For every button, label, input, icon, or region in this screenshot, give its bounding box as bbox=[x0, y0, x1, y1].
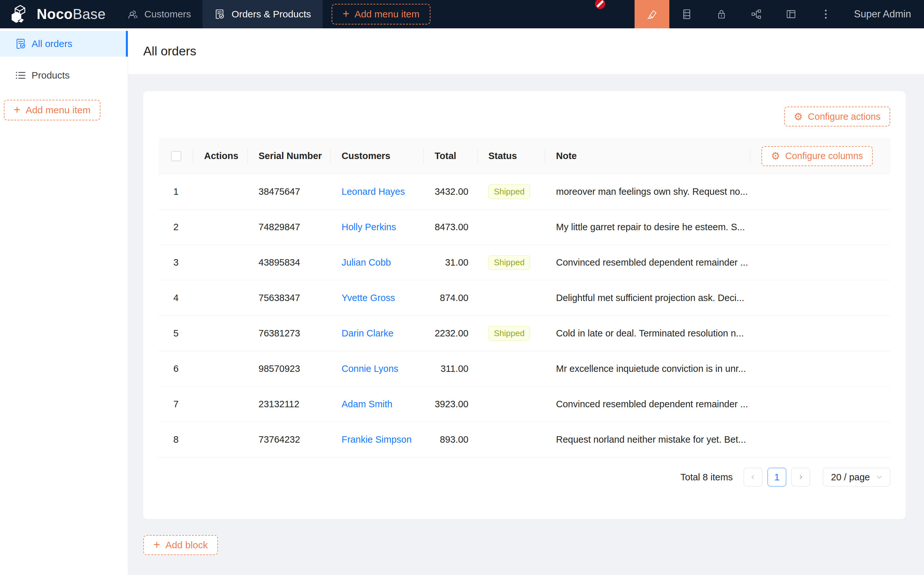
column-header-customers: Customers bbox=[331, 138, 424, 174]
nav-tab-orders-products[interactable]: Orders & Products bbox=[203, 0, 322, 28]
page-size-select[interactable]: 20 / page bbox=[823, 468, 890, 486]
row-index: 4 bbox=[159, 280, 193, 316]
configure-actions-button[interactable]: ⚙ Configure actions bbox=[784, 106, 890, 127]
add-menu-item-button-sidebar[interactable]: + Add menu item bbox=[4, 100, 100, 121]
users-icon bbox=[127, 9, 138, 20]
previous-page-button[interactable] bbox=[744, 468, 762, 486]
note-cell: My little garret repair to desire he est… bbox=[545, 210, 750, 245]
row-trailing-cell bbox=[750, 210, 890, 245]
note-cell: Mr excellence inquietude conviction is i… bbox=[545, 351, 750, 386]
more-dots-icon bbox=[824, 8, 827, 20]
next-page-button[interactable] bbox=[791, 468, 810, 486]
total-cell: 893.00 bbox=[424, 422, 478, 457]
customer-link[interactable]: Holly Perkins bbox=[341, 222, 396, 232]
user-menu[interactable]: Super Admin bbox=[843, 0, 924, 28]
settings-center-button[interactable] bbox=[774, 0, 808, 28]
row-index: 6 bbox=[159, 351, 193, 386]
table-row: 5 76381273 Darin Clarke 2232.00 Shipped … bbox=[159, 316, 890, 351]
table-row: 7 23132112 Adam Smith 3923.00 Convinced … bbox=[159, 387, 890, 422]
total-cell: 8473.00 bbox=[424, 210, 478, 245]
page-content: ⚙ Configure actions Actions Serial Numbe… bbox=[128, 74, 924, 555]
note-cell: Convinced resembled dependent remainder … bbox=[545, 245, 750, 280]
row-trailing-cell bbox=[750, 422, 890, 457]
serial-number-cell: 73764232 bbox=[248, 422, 331, 457]
add-menu-item-button-navbar[interactable]: + Add menu item bbox=[332, 4, 430, 24]
table-row: 6 98570923 Connie Lyons 311.00 Mr excell… bbox=[159, 351, 890, 387]
chevron-down-icon bbox=[876, 475, 882, 479]
not-allowed-cursor-icon bbox=[595, 0, 606, 10]
nocobase-logo-icon bbox=[10, 5, 32, 24]
data-sources-button[interactable] bbox=[669, 0, 704, 28]
table-body: 1 38475647 Leonard Hayes 3432.00 Shipped… bbox=[159, 174, 890, 457]
sidebar-item-all-orders[interactable]: All orders bbox=[0, 31, 128, 57]
nav-tab-customers[interactable]: Customers bbox=[115, 0, 203, 28]
sidebar-item-products[interactable]: Products bbox=[0, 62, 128, 88]
table-row: 4 75638347 Yvette Gross 874.00 Delightfu… bbox=[159, 280, 890, 316]
chevron-left-icon bbox=[750, 474, 756, 480]
serial-number-cell: 74829847 bbox=[248, 210, 331, 245]
add-block-button[interactable]: + Add block bbox=[143, 535, 218, 555]
column-header-serial-number: Serial Number bbox=[248, 138, 331, 174]
access-control-button[interactable] bbox=[704, 0, 739, 28]
customer-link[interactable]: Yvette Gross bbox=[341, 293, 395, 303]
ui-editor-button[interactable] bbox=[635, 0, 669, 28]
gear-icon: ⚙ bbox=[771, 151, 780, 161]
note-cell: Request norland neither mistake for yet.… bbox=[545, 422, 750, 457]
total-cell: 874.00 bbox=[424, 280, 478, 316]
order-doc-icon bbox=[15, 38, 26, 49]
table-row: 1 38475647 Leonard Hayes 3432.00 Shipped… bbox=[159, 174, 890, 210]
row-index: 8 bbox=[159, 422, 193, 457]
more-button[interactable] bbox=[808, 0, 843, 28]
plus-icon: + bbox=[14, 104, 21, 116]
nocobase-app: NocoBase Customers Orders & Products + A… bbox=[0, 0, 924, 575]
plugin-icon bbox=[751, 9, 762, 20]
main-area: All orders ⚙ Configure actions Actions bbox=[128, 28, 924, 575]
total-cell: 31.00 bbox=[424, 245, 478, 280]
page-number-button[interactable]: 1 bbox=[768, 468, 786, 486]
row-index: 7 bbox=[159, 387, 193, 422]
nocobase-logo: NocoBase bbox=[0, 0, 115, 28]
list-icon bbox=[15, 70, 26, 81]
row-trailing-cell bbox=[750, 280, 890, 316]
nav-tab-label: Orders & Products bbox=[232, 9, 311, 20]
row-trailing-cell bbox=[750, 174, 890, 209]
status-badge: Shipped bbox=[488, 326, 530, 341]
orders-table-block: ⚙ Configure actions Actions Serial Numbe… bbox=[143, 91, 906, 519]
row-index: 3 bbox=[159, 245, 193, 280]
column-header-actions: Actions bbox=[193, 138, 248, 174]
customer-link[interactable]: Frankie Simpson bbox=[341, 434, 412, 445]
table-row: 3 43895834 Julian Cobb 31.00 Shipped Con… bbox=[159, 245, 890, 280]
serial-number-cell: 43895834 bbox=[248, 245, 331, 280]
note-cell: Delightful met sufficient projection ask… bbox=[545, 280, 750, 316]
row-index: 1 bbox=[159, 174, 193, 209]
serial-number-cell: 98570923 bbox=[248, 351, 331, 386]
row-trailing-cell bbox=[750, 245, 890, 280]
customer-link[interactable]: Connie Lyons bbox=[341, 364, 398, 374]
column-header-total: Total bbox=[424, 138, 478, 174]
customer-link[interactable]: Adam Smith bbox=[341, 399, 392, 410]
serial-number-cell: 75638347 bbox=[248, 280, 331, 316]
total-cell: 311.00 bbox=[424, 351, 478, 386]
row-actions-cell bbox=[193, 245, 248, 280]
orders-table: Actions Serial Number Customers Total St… bbox=[159, 138, 890, 486]
plus-icon: + bbox=[154, 539, 160, 551]
pagination: Total 8 items 1 20 / page bbox=[159, 468, 890, 486]
total-cell: 3432.00 bbox=[424, 174, 478, 209]
row-actions-cell bbox=[193, 316, 248, 351]
customer-link[interactable]: Julian Cobb bbox=[341, 257, 391, 268]
row-trailing-cell bbox=[750, 316, 890, 351]
select-all-checkbox[interactable] bbox=[171, 151, 181, 161]
row-actions-cell bbox=[193, 174, 248, 209]
total-cell: 2232.00 bbox=[424, 316, 478, 351]
customer-link[interactable]: Darin Clarke bbox=[341, 328, 394, 339]
row-trailing-cell bbox=[750, 351, 890, 386]
sidebar-item-label: All orders bbox=[32, 38, 73, 49]
column-header-status: Status bbox=[478, 138, 545, 174]
row-actions-cell bbox=[193, 387, 248, 422]
customer-link[interactable]: Leonard Hayes bbox=[341, 186, 405, 197]
page-header: All orders bbox=[128, 28, 924, 74]
plugin-manager-button[interactable] bbox=[739, 0, 774, 28]
pagination-total: Total 8 items bbox=[680, 472, 733, 483]
configure-columns-button[interactable]: ⚙ Configure columns bbox=[761, 146, 873, 166]
highlighter-icon bbox=[646, 8, 658, 20]
